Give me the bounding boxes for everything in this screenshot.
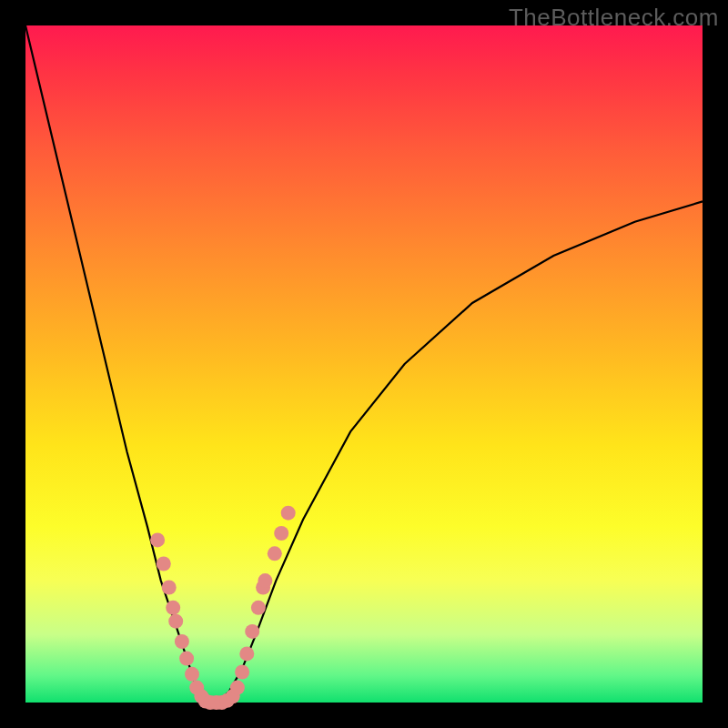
data-point: [166, 601, 180, 615]
data-point: [245, 624, 259, 639]
right-curve: [215, 201, 703, 703]
scatter-right: [230, 506, 296, 695]
left-curve: [25, 25, 215, 703]
data-point: [230, 681, 245, 695]
data-point: [179, 652, 194, 666]
data-point: [162, 581, 177, 595]
data-point: [251, 601, 266, 615]
data-point: [157, 557, 171, 571]
data-point: [268, 546, 282, 561]
plot-area: [25, 25, 703, 703]
data-point: [258, 573, 272, 588]
data-point: [281, 506, 296, 521]
data-point: [175, 634, 189, 649]
data-point: [168, 614, 183, 629]
scatter-left: [150, 532, 208, 703]
data-point: [274, 526, 288, 541]
data-point: [235, 665, 249, 680]
watermark-text: TheBottleneck.com: [509, 4, 719, 32]
data-point: [239, 646, 254, 661]
chart-frame: TheBottleneck.com: [0, 0, 728, 728]
data-point: [185, 667, 199, 682]
data-point: [150, 532, 165, 547]
chart-svg: [25, 25, 703, 703]
